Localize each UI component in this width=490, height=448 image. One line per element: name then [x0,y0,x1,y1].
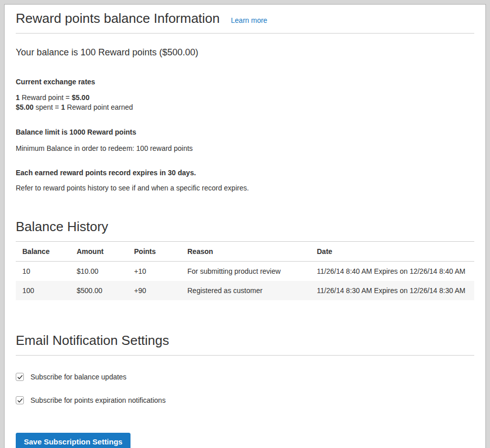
balance-updates-option[interactable]: Subscribe for balance updates [16,373,474,381]
column-header-amount: Amount [70,242,127,262]
column-header-reason: Reason [181,242,310,262]
cell-balance: 100 [16,281,70,300]
cell-points: +10 [127,262,181,281]
earn-suffix-text: Reward point earned [65,103,133,111]
table-header-row: Balance Amount Points Reason Date [16,242,474,262]
page-header: Reward points balance Information Learn … [16,11,474,26]
exchange-rates: 1 Reward point = $5.00 $5.00 spent = 1 R… [16,93,474,112]
cell-date: 11/26/14 8:40 AM Expires on 12/26/14 8:4… [310,262,474,281]
rate-mid-text: Reward point = [20,93,72,102]
points-expiration-label: Subscribe for points expiration notifica… [30,396,166,404]
earn-points-value: 1 [61,103,65,111]
points-expiration-option[interactable]: Subscribe for points expiration notifica… [16,396,474,404]
balance-summary: Your balance is 100 Reward points ($500.… [16,47,474,58]
balance-updates-label: Subscribe for balance updates [30,373,126,381]
cell-reason: For submitting product review [181,262,310,281]
exchange-rates-heading: Current exchange rates [16,78,474,86]
email-settings-divider [16,355,474,356]
table-row: 100 $500.00 +90 Registered as customer 1… [16,281,474,300]
balance-history-table: Balance Amount Points Reason Date 10 $10… [16,241,474,300]
rate-currency-to-point: $5.00 spent = 1 Reward point earned [16,103,474,112]
cell-reason: Registered as customer [181,281,310,300]
learn-more-link[interactable]: Learn more [231,16,268,24]
column-header-balance: Balance [16,242,70,262]
column-header-date: Date [310,242,474,262]
checkmark-icon [17,374,23,380]
rate-point-to-currency: 1 Reward point = $5.00 [16,93,474,103]
cell-date: 11/26/14 8:30 AM Expires on 12/26/14 8:3… [310,281,474,300]
column-header-points: Points [127,242,181,262]
header-divider [16,33,474,34]
save-subscription-settings-button[interactable]: Save Subscription Settings [16,433,130,448]
spend-mid-text: spent = [34,103,61,111]
balance-history-title: Balance History [16,219,474,235]
rate-points-value: 1 [16,93,20,102]
page-title: Reward points balance Information [16,11,220,26]
cell-points: +90 [127,281,181,300]
balance-updates-checkbox[interactable] [16,373,24,381]
checkmark-icon [17,398,23,403]
minimum-balance-text: Minimum Balance in order to redeem: 100 … [16,144,474,152]
cell-amount: $10.00 [70,262,127,281]
email-settings-title: Email Notification Settings [16,333,474,348]
expiry-note: Refer to reward points history to see if… [16,184,474,192]
reward-points-card: Reward points balance Information Learn … [4,4,486,448]
cell-balance: 10 [16,262,70,281]
points-expiration-checkbox[interactable] [16,396,24,404]
expiry-heading: Each earned reward points record expires… [16,169,474,177]
rate-amount-value: $5.00 [72,93,89,102]
spend-amount-value: $5.00 [16,103,34,111]
balance-limit-heading: Balance limit is 1000 Reward points [16,128,474,136]
table-row: 10 $10.00 +10 For submitting product rev… [16,262,474,281]
cell-amount: $500.00 [70,281,127,300]
